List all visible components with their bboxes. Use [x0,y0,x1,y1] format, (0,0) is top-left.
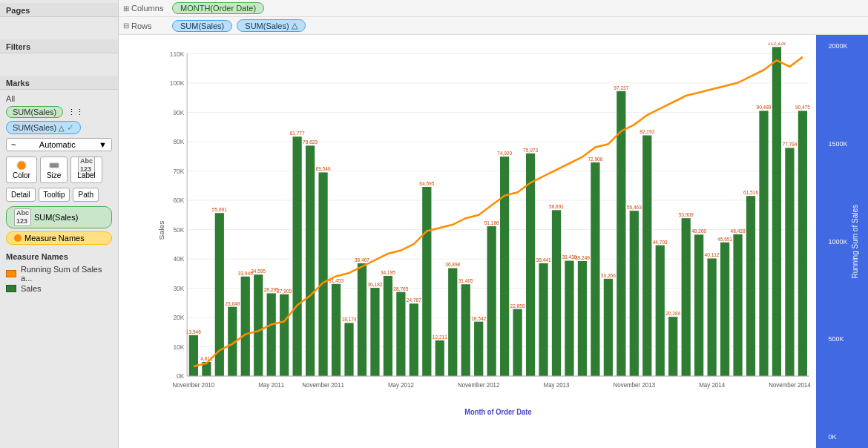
svg-text:23,648: 23,648 [225,300,240,306]
svg-rect-77 [513,309,522,376]
svg-text:55,691: 55,691 [212,207,227,212]
svg-rect-75 [500,157,509,376]
svg-rect-115 [759,111,768,376]
marks-sum-sales-delta-pill[interactable]: SUM(Sales) △ ✓ [6,121,81,134]
svg-text:69,546: 69,546 [316,166,331,171]
rows-pill-1[interactable]: SUM(Sales) [172,20,232,32]
svg-rect-101 [668,317,677,376]
svg-rect-67 [448,269,457,377]
legend-item-2[interactable]: Sales [6,283,112,294]
legend-title: Measure Names [6,252,112,261]
svg-text:30,182: 30,182 [367,282,382,287]
svg-rect-1 [50,163,59,168]
svg-rect-97 [642,135,651,376]
right-tick-0k: 0K [828,433,836,441]
legend-orange-icon [6,270,16,277]
svg-rect-89 [591,162,599,376]
svg-rect-63 [422,187,431,376]
svg-text:56,691: 56,691 [549,204,564,209]
label-button[interactable]: Abc123 Label [70,157,102,183]
svg-rect-55 [370,288,379,376]
svg-text:November 2010: November 2010 [173,381,215,388]
svg-text:18,542: 18,542 [471,315,486,320]
svg-text:31,405: 31,405 [458,278,473,283]
svg-text:Month of Order Date: Month of Order Date [464,407,532,416]
svg-text:50K: 50K [173,225,184,233]
svg-text:18,174: 18,174 [342,317,357,322]
size-icon [47,160,61,171]
svg-text:53,909: 53,909 [679,212,694,217]
svg-rect-73 [487,226,496,376]
svg-text:51,186: 51,186 [484,220,499,225]
chart-svg: 0K10K20K30K40K50K60K70K80K90K100K110KSal… [156,42,816,418]
svg-text:10K: 10K [173,343,184,350]
right-tick-1500k: 1500K [828,140,847,148]
svg-rect-53 [358,263,366,376]
color-button[interactable]: Color [6,157,37,183]
svg-rect-35 [241,277,250,376]
svg-text:November 2013: November 2013 [614,381,656,388]
rows-pill-2[interactable]: SUM(Sales) △ [237,19,305,32]
svg-text:24,787: 24,787 [407,297,421,303]
legend-section: Measure Names Running Sum of Sales a... … [0,249,118,297]
svg-rect-51 [344,323,353,376]
color-icon [15,160,28,171]
svg-text:November 2011: November 2011 [302,381,344,388]
svg-point-0 [17,161,26,170]
legend-item-1[interactable]: Running Sum of Sales a... [6,264,112,283]
svg-text:44,703: 44,703 [653,239,668,244]
svg-text:Sales: Sales [158,221,165,240]
svg-rect-39 [267,293,276,376]
svg-text:November 2014: November 2014 [769,381,811,388]
svg-text:0K: 0K [177,372,184,380]
svg-rect-83 [552,210,561,376]
rows-label: ⊟ Rows [123,22,168,30]
svg-text:74,920: 74,920 [497,151,512,156]
svg-rect-113 [746,196,755,376]
svg-rect-57 [384,276,392,376]
size-button[interactable]: Size [40,157,68,183]
right-tick-2000k: 2000K [828,42,847,50]
legend-item-1-label: Running Sum of Sales a... [21,265,112,283]
chart-area: 0K10K20K30K40K50K60K70K80K90K100K110KSal… [119,35,868,448]
right-panel: ⊞ Columns MONTH(Order Date) ⊟ Rows SUM(S… [119,0,868,448]
svg-text:90K: 90K [173,108,184,116]
marks-type-dropdown[interactable]: ~ Automatic ▼ [6,138,112,151]
svg-text:36,898: 36,898 [445,262,460,267]
svg-rect-87 [578,261,587,376]
path-button[interactable]: Path [73,188,99,202]
svg-text:May 2013: May 2013 [544,381,570,388]
rows-shelf: ⊟ Rows SUM(Sales) SUM(Sales) △ [119,17,868,35]
svg-text:45,651: 45,651 [717,236,732,241]
svg-text:November 2012: November 2012 [458,381,500,388]
svg-text:97,237: 97,237 [614,85,628,90]
svg-rect-85 [565,261,573,377]
detail-button[interactable]: Detail [6,188,36,202]
sum-sales-pill[interactable]: Abc123 SUM(Sales) [6,206,112,228]
svg-text:39,249: 39,249 [575,255,590,260]
svg-text:33,266: 33,266 [601,272,616,277]
measure-dot-icon [14,234,22,242]
columns-shelf: ⊞ Columns MONTH(Order Date) [119,0,868,17]
svg-rect-81 [539,263,548,376]
svg-text:22,858: 22,858 [510,303,525,308]
chart-inner: 0K10K20K30K40K50K60K70K80K90K100K110KSal… [119,35,816,448]
measure-names-pill[interactable]: Measure Names [6,231,112,245]
svg-rect-103 [682,218,691,376]
svg-text:48,260: 48,260 [691,228,706,234]
tooltip-button[interactable]: Tooltip [39,188,70,202]
svg-text:38,467: 38,467 [355,257,369,263]
svg-text:27,909: 27,909 [277,288,292,293]
svg-text:75,973: 75,973 [523,147,538,152]
columns-pill[interactable]: MONTH(Order Date) [172,2,264,14]
marks-sum-sales-pill[interactable]: SUM(Sales) [6,106,63,118]
right-tick-500k: 500K [828,335,844,343]
svg-rect-41 [280,294,289,376]
svg-text:May 2014: May 2014 [699,381,725,388]
svg-rect-111 [733,234,742,376]
svg-rect-27 [189,335,198,376]
svg-text:60K: 60K [173,197,184,204]
marks-header: Marks [0,76,118,90]
svg-text:90,489: 90,489 [756,105,771,110]
svg-text:82,192: 82,192 [640,129,654,134]
